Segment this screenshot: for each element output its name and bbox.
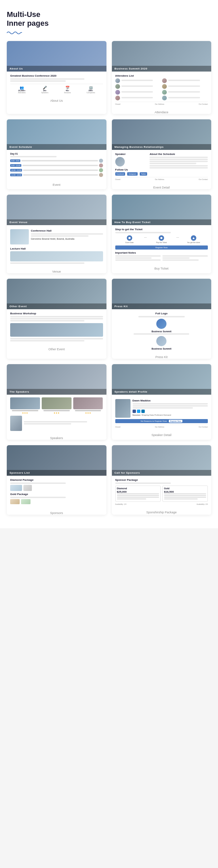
event-detail-image: Managing Business Relationships [112, 119, 212, 150]
note-2a [162, 255, 208, 257]
venue-address-1b [31, 235, 88, 237]
star1: ★ [54, 412, 55, 414]
stat-companies: 🏢 280+ Companies [86, 86, 95, 94]
ticket-step-3: You get the ticket [179, 235, 208, 243]
press-kit-overlay: Press Kit [112, 303, 212, 309]
step-arrow-1 [144, 235, 147, 238]
sessions-icon: 📅 [64, 86, 71, 90]
buy-ticket-overlay: How To Buy Event Ticket [112, 219, 212, 225]
event-detail-footer: Closed Our Address Our Contact [115, 177, 208, 180]
oe-desc5 [10, 340, 84, 341]
sd-footer-contact: Our Contact [199, 426, 208, 428]
star3: ★ [58, 412, 59, 414]
step-arrow-2 [176, 235, 179, 238]
diamond-item-2 [117, 495, 159, 496]
gold-item-1 [164, 493, 206, 494]
sdp-linkedin-icon[interactable] [141, 410, 145, 413]
solo-speaker-row [10, 416, 103, 431]
lecture-hall-section: Lecture Hall [10, 247, 103, 264]
about-us-card: About Us Greatest Business Conference 20… [7, 41, 106, 114]
star2: ★ [87, 412, 89, 414]
step-line-1 [144, 237, 147, 238]
sponsors-label: Sponsors [7, 511, 106, 515]
sdp-person-section: Dawn Maddox Session: Shaping Data Profic… [115, 399, 208, 418]
stat-speakers: 🎤 28+ Speakers [41, 86, 48, 94]
speaker-name-1 [12, 410, 38, 411]
schedule-avatar-2 [99, 163, 103, 167]
pk-logo-circle-2 [156, 336, 166, 346]
press-kit-body: Full Logo Business Summit Business Summi… [112, 309, 212, 353]
ed-desc3 [150, 161, 208, 162]
step-icon-3 [191, 235, 196, 241]
gold-logo-1 [10, 499, 20, 504]
note-2b [162, 257, 190, 259]
wave-decoration [7, 30, 22, 34]
speaker-label: Speaker [115, 153, 148, 156]
note-1b [115, 257, 152, 259]
ticket-step-2: Pay the Ticket [147, 235, 176, 243]
attendace-overlay: Business Summit 2020 [112, 66, 212, 72]
stat-attendees: 👥 10,000+ Attendees [18, 86, 26, 94]
attendee-row-1 [115, 78, 208, 83]
twitter-btn[interactable]: Twitter [140, 172, 147, 176]
step-label-1: Grant Date [115, 241, 144, 243]
oe-desc3 [10, 320, 84, 321]
attendee-avatar-4 [162, 84, 167, 89]
schedule-day: Day 01 [10, 153, 103, 155]
cta-register-btn[interactable]: Register Now [169, 420, 182, 422]
speaker-stars-1: ★ ★ ★ [10, 412, 40, 414]
attendee-avatar-3 [115, 84, 120, 89]
star2: ★ [56, 412, 57, 414]
attendee-row-3 [115, 90, 208, 95]
step-label-2: Pay the Ticket [147, 241, 176, 243]
sdp-twitter-icon[interactable] [137, 410, 140, 413]
attendees-list [115, 78, 208, 100]
facebook-btn[interactable]: Facebook [115, 172, 125, 176]
venue-address-text: Geronimo Bowral Hotel, Bowral, Australia [31, 238, 103, 240]
attendee-info-5 [121, 91, 161, 93]
solo-speaker-role [24, 423, 71, 425]
speaker-img-3 [73, 397, 103, 409]
sdp-facebook-icon[interactable] [133, 410, 136, 413]
press-kit-title: Full Logo [115, 312, 208, 315]
speakers-row-1: ★ ★ ★ ★ ★ ★ [10, 397, 103, 414]
event-label: Event [7, 183, 106, 186]
sdp-desc1 [133, 403, 208, 405]
footer-address: Our Address [155, 103, 164, 105]
sd-footer-address: Our Address [155, 426, 164, 428]
solo-speaker-img [10, 416, 22, 431]
buy-ticket-cta[interactable]: Register Now [115, 245, 208, 250]
speaker-1: ★ ★ ★ [10, 397, 40, 414]
speakers-card: The Speakers ★ ★ ★ [7, 364, 106, 440]
diamond-package-section: Diamond Package [10, 478, 103, 491]
sponsorship-card: Call for Sponsors Sponsor Package Diamon… [112, 445, 212, 515]
svg-rect-0 [128, 237, 131, 239]
ed-footer-address: Our Address [155, 178, 164, 180]
step-line-2 [176, 237, 179, 238]
speaker-stars-3: ★ ★ ★ [73, 412, 103, 414]
footer-contact: Our Contact [199, 103, 208, 105]
step-label-3: You get the ticket [179, 241, 208, 243]
conference-hall-section: Conference Hall Geronimo Bowral Hotel, B… [10, 229, 103, 244]
schedule-topic-2 [22, 165, 98, 166]
sdp-desc3 [133, 407, 193, 409]
attendace-label: Attendace [112, 111, 212, 114]
lecture-hall-name: Lecture Hall [10, 247, 103, 250]
diamond-logos [10, 485, 103, 491]
gold-col-title: Gold [164, 487, 206, 490]
instagram-btn[interactable]: Instagram [127, 172, 137, 176]
speaker-detail-cta[interactable]: No Reasons to Register Now Register Now [115, 419, 208, 423]
step-icon-2 [159, 235, 164, 241]
diamond-col-title: Diamond [117, 487, 159, 490]
diamond-price: $25,000 [117, 490, 159, 493]
sponsors-image: Sponsors List [7, 445, 106, 476]
conference-hall-name: Conference Hall [31, 229, 103, 232]
sponsor-pkg-title: Sponsor Package [115, 478, 208, 481]
attendee-avatar-6 [162, 90, 167, 95]
attendee-info-7 [121, 97, 161, 99]
press-kit-image: Press Kit [112, 279, 212, 309]
speaker-detail-body: Dawn Maddox Session: Shaping Data Profic… [112, 395, 212, 431]
star1: ★ [22, 412, 24, 414]
sdp-name: Dawn Maddox [133, 399, 208, 402]
speaker-detail-card: Speakers detail Profile Dawn Maddox [112, 364, 212, 440]
